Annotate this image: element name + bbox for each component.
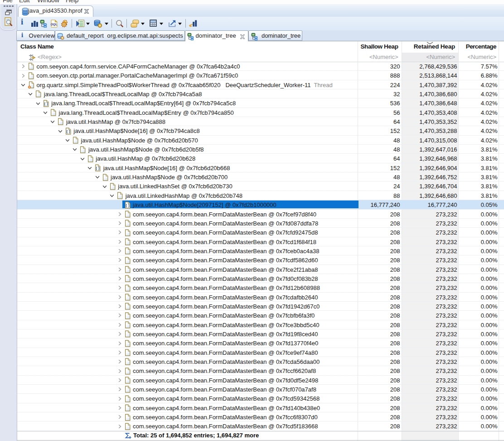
- svg-text:OQL: OQL: [51, 23, 58, 27]
